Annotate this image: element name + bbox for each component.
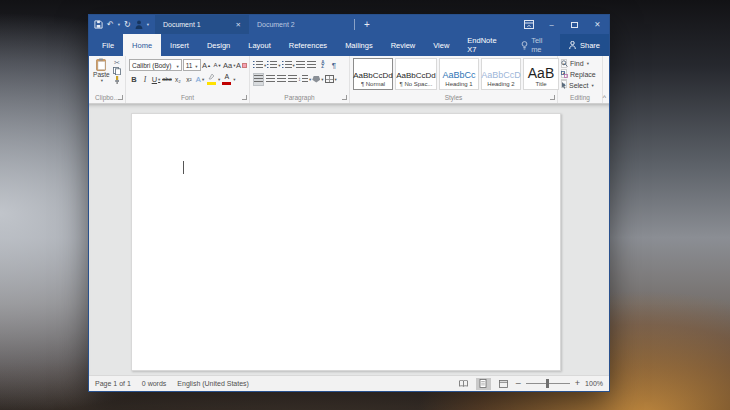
share-button[interactable]: Share bbox=[560, 34, 609, 56]
doc-tab-document-1[interactable]: Document 1 ✕ bbox=[155, 15, 249, 34]
cut-icon[interactable]: ✂ bbox=[114, 59, 120, 66]
clear-formatting-button[interactable]: A bbox=[236, 59, 247, 72]
close-tab-icon[interactable]: ✕ bbox=[235, 21, 240, 29]
ribbon-display-options-icon[interactable] bbox=[517, 15, 540, 34]
text-cursor bbox=[183, 161, 184, 174]
minimize-button[interactable]: – bbox=[540, 15, 563, 34]
tab-insert[interactable]: Insert bbox=[161, 34, 198, 56]
paste-button[interactable]: Paste bbox=[92, 58, 111, 92]
style-heading-1[interactable]: AaBbCc Heading 1 bbox=[439, 58, 479, 90]
zoom-in-button[interactable]: + bbox=[575, 379, 580, 388]
window-controls: – ✕ bbox=[517, 15, 609, 34]
cursor-arrow-icon bbox=[561, 82, 567, 89]
tab-home[interactable]: Home bbox=[123, 34, 161, 56]
tab-review[interactable]: Review bbox=[382, 34, 425, 56]
align-center-button[interactable] bbox=[265, 73, 275, 86]
change-case-button[interactable]: Aa bbox=[224, 59, 235, 72]
grow-font-button[interactable]: A▲ bbox=[202, 59, 212, 72]
style-normal[interactable]: AaBbCcDd ¶ Normal bbox=[353, 58, 393, 90]
justify-button[interactable] bbox=[287, 73, 297, 86]
replace-button[interactable]: Replace bbox=[561, 69, 600, 80]
align-left-button[interactable] bbox=[253, 73, 264, 86]
font-size-combobox[interactable]: 11 bbox=[183, 59, 201, 71]
close-button[interactable]: ✕ bbox=[586, 15, 609, 34]
highlighter-icon bbox=[206, 73, 217, 86]
replace-label: Replace bbox=[570, 71, 596, 78]
font-dialog-launcher[interactable] bbox=[242, 95, 247, 100]
undo-dropdown-icon[interactable]: ▾ bbox=[118, 22, 120, 27]
zoom-percentage[interactable]: 100% bbox=[585, 380, 603, 387]
sort-button[interactable]: AZ bbox=[318, 59, 328, 72]
shading-button[interactable] bbox=[312, 73, 323, 86]
updown-arrow-icon: ↕ bbox=[298, 76, 301, 82]
format-painter-icon[interactable] bbox=[113, 76, 121, 84]
font-group: Calibri (Body) 11 A▲ A▼ Aa A B I U bbox=[126, 56, 250, 103]
strikethrough-button[interactable]: abc bbox=[162, 73, 172, 86]
find-button[interactable]: Find bbox=[561, 58, 600, 69]
clipboard-dialog-launcher[interactable] bbox=[118, 95, 123, 100]
style-heading-2[interactable]: AaBbCcD Heading 2 bbox=[481, 58, 521, 90]
desktop-background: ↶ ▾ ↻ ▾ Document 1 ✕ Document 2 + bbox=[0, 0, 730, 410]
numbering-button[interactable] bbox=[267, 59, 280, 72]
word-count[interactable]: 0 words bbox=[142, 380, 167, 387]
customize-qat-icon[interactable]: ▾ bbox=[147, 22, 149, 27]
print-layout-icon bbox=[479, 379, 487, 388]
font-family-combobox[interactable]: Calibri (Body) bbox=[129, 59, 182, 71]
zoom-out-button[interactable]: – bbox=[516, 379, 521, 388]
redo-icon[interactable]: ↻ bbox=[124, 21, 131, 29]
tab-design[interactable]: Design bbox=[198, 34, 239, 56]
line-spacing-button[interactable]: ↕ bbox=[298, 73, 311, 86]
show-formatting-marks-button[interactable]: ¶ bbox=[329, 59, 339, 72]
web-layout-icon bbox=[499, 380, 508, 388]
select-button[interactable]: Select bbox=[561, 80, 600, 91]
underline-button[interactable]: U bbox=[151, 73, 161, 86]
shrink-font-button[interactable]: A▼ bbox=[213, 59, 223, 72]
print-layout-button[interactable] bbox=[476, 378, 491, 390]
paragraph-dialog-launcher[interactable] bbox=[342, 95, 347, 100]
document-area[interactable] bbox=[89, 104, 609, 375]
touch-mode-icon[interactable] bbox=[135, 20, 143, 29]
copy-icon[interactable] bbox=[113, 67, 121, 75]
text-effects-button[interactable]: A bbox=[195, 73, 205, 86]
undo-icon[interactable]: ↶ bbox=[107, 21, 114, 29]
tab-references[interactable]: References bbox=[280, 34, 336, 56]
doc-tab-label: Document 2 bbox=[257, 21, 295, 28]
align-right-button[interactable] bbox=[276, 73, 286, 86]
tell-me-box[interactable]: Tell me bbox=[512, 34, 560, 56]
borders-button[interactable] bbox=[325, 73, 337, 86]
tab-layout[interactable]: Layout bbox=[239, 34, 280, 56]
italic-button[interactable]: I bbox=[140, 73, 150, 86]
superscript-button[interactable]: x² bbox=[184, 73, 194, 86]
tab-endnote-x7[interactable]: EndNote X7 bbox=[458, 34, 512, 56]
tab-separator bbox=[354, 19, 355, 30]
tab-mailings[interactable]: Mailings bbox=[336, 34, 382, 56]
zoom-slider[interactable] bbox=[526, 383, 570, 384]
tab-view[interactable]: View bbox=[424, 34, 458, 56]
title-bar[interactable]: ↶ ▾ ↻ ▾ Document 1 ✕ Document 2 + bbox=[89, 15, 609, 34]
bold-button[interactable]: B bbox=[129, 73, 139, 86]
page-indicator[interactable]: Page 1 of 1 bbox=[95, 380, 131, 387]
read-mode-button[interactable] bbox=[456, 378, 471, 390]
tab-file[interactable]: File bbox=[93, 34, 123, 56]
font-color-button[interactable]: A bbox=[221, 73, 235, 86]
style-no-spacing[interactable]: AaBbCcDd ¶ No Spac... bbox=[395, 58, 437, 90]
new-tab-button[interactable]: + bbox=[360, 19, 374, 30]
increase-indent-button[interactable] bbox=[307, 59, 317, 72]
save-icon[interactable] bbox=[94, 20, 103, 29]
decrease-indent-button[interactable] bbox=[296, 59, 306, 72]
text-highlight-button[interactable] bbox=[206, 73, 220, 86]
doc-tab-document-2[interactable]: Document 2 bbox=[249, 15, 349, 34]
multilevel-list-button[interactable] bbox=[282, 59, 295, 72]
language-indicator[interactable]: English (United States) bbox=[177, 380, 249, 387]
collapse-ribbon-icon[interactable]: ^ bbox=[603, 94, 606, 101]
bullets-button[interactable] bbox=[253, 59, 266, 72]
subscript-button[interactable]: x₂ bbox=[173, 73, 183, 86]
web-layout-button[interactable] bbox=[496, 378, 511, 390]
styles-dialog-launcher[interactable] bbox=[550, 95, 555, 100]
style-title[interactable]: AaB Title bbox=[523, 58, 559, 90]
document-page[interactable] bbox=[131, 113, 561, 371]
maximize-button[interactable] bbox=[563, 15, 586, 34]
zoom-slider-thumb[interactable] bbox=[546, 379, 549, 388]
styles-gallery: AaBbCcDd ¶ Normal AaBbCcDd ¶ No Spac... … bbox=[353, 58, 559, 92]
lightbulb-icon bbox=[521, 41, 528, 50]
